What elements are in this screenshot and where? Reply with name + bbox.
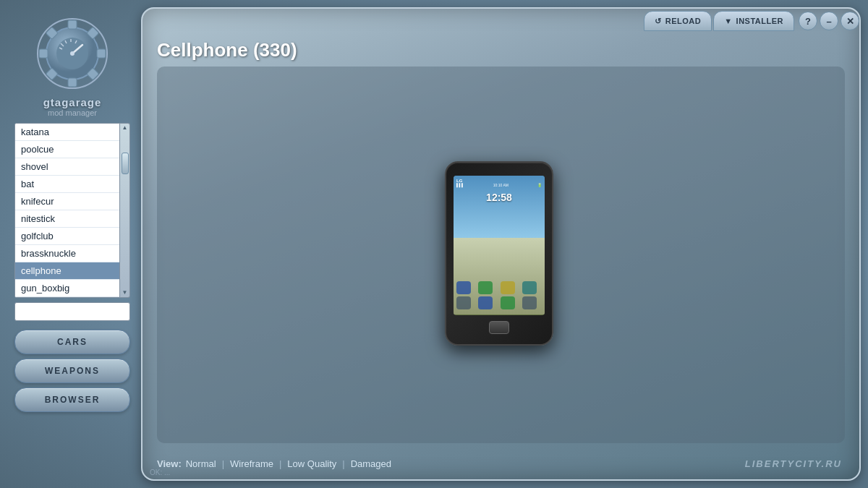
watermark: LIBERTYCITY.RU: [745, 458, 842, 469]
list-item-selected[interactable]: cellphone: [15, 262, 119, 280]
view-low-quality[interactable]: Low Quality: [287, 458, 336, 469]
browser-button[interactable]: BROWSER: [14, 388, 130, 412]
list-item[interactable]: nitestick: [15, 210, 119, 228]
list-item[interactable]: bat: [15, 176, 119, 193]
view-normal[interactable]: Normal: [186, 458, 216, 469]
title-area: Cellphone (330): [157, 35, 845, 64]
phone-status-bar: ▌▌▌ 10:10 AM 🔋: [456, 183, 542, 187]
reload-button[interactable]: ↺ RELOAD: [644, 11, 712, 31]
top-bar-buttons: ↺ RELOAD ▼ INSTALLER ? – ✕: [644, 11, 859, 31]
app-icon: [456, 281, 471, 294]
main-container: ↺ RELOAD ▼ INSTALLER ? – ✕ Cellphone (33…: [141, 7, 861, 481]
sidebar: gtagarage mod manager katana poolcue sho…: [0, 7, 145, 481]
list-item[interactable]: shovel: [15, 158, 119, 176]
cars-button[interactable]: CARS: [14, 330, 130, 354]
reload-icon: ↺: [655, 17, 662, 26]
svg-rect-3: [68, 78, 77, 87]
svg-point-12: [70, 51, 75, 56]
view-wireframe[interactable]: Wireframe: [230, 458, 273, 469]
battery-icon: 🔋: [537, 183, 542, 187]
minimize-button[interactable]: –: [820, 12, 838, 30]
list-item[interactable]: poolcue: [15, 141, 119, 158]
scroll-up-icon[interactable]: ▲: [122, 125, 128, 131]
phone-screen-overlay: LG ▌▌▌ 10:10 AM 🔋 12:58: [454, 176, 545, 315]
help-button[interactable]: ?: [799, 12, 817, 30]
phone-icons-grid: [456, 281, 542, 309]
mod-title: Cellphone (330): [157, 35, 845, 64]
app-icon: [456, 296, 471, 309]
weapons-button[interactable]: WEAPONS: [14, 359, 130, 383]
scroll-down-icon[interactable]: ▼: [122, 290, 128, 296]
top-bar: ↺ RELOAD ▼ INSTALLER ? – ✕: [142, 9, 859, 35]
installer-icon: ▼: [724, 17, 732, 25]
list-scrollbar[interactable]: ▲ ▼: [120, 123, 130, 298]
preview-area: LG ▌▌▌ 10:10 AM 🔋 12:58: [157, 67, 845, 443]
search-input[interactable]: [14, 302, 130, 321]
view-label: View:: [157, 458, 182, 469]
installer-button[interactable]: ▼ INSTALLER: [713, 11, 794, 31]
app-icon: [522, 281, 537, 294]
app-icon: [478, 296, 493, 309]
scrollbar-thumb[interactable]: [122, 153, 129, 174]
separator: |: [279, 458, 281, 469]
app-icon: [478, 281, 493, 294]
phone-screen: LG ▌▌▌ 10:10 AM 🔋 12:58: [454, 176, 545, 315]
close-button[interactable]: ✕: [841, 12, 859, 30]
app-icon: [501, 281, 515, 294]
list-item[interactable]: katana: [15, 124, 119, 141]
item-list-container: katana poolcue shovel bat knifecur nites…: [14, 123, 130, 298]
logo-area: gtagarage mod manager: [14, 7, 130, 123]
list-item[interactable]: gun_boxbig: [15, 280, 119, 297]
phone-body: LG ▌▌▌ 10:10 AM 🔋 12:58: [445, 161, 553, 346]
nav-buttons: CARS WEAPONS BROWSER: [14, 330, 130, 412]
app-icon: [522, 296, 537, 309]
logo-text: gtagarage: [43, 96, 102, 108]
view-damaged[interactable]: Damaged: [351, 458, 391, 469]
svg-rect-5: [97, 49, 106, 58]
phone-home-button: [489, 321, 509, 334]
list-item[interactable]: brassknuckle: [15, 245, 119, 262]
item-list: katana poolcue shovel bat knifecur nites…: [14, 123, 120, 298]
phone-preview: LG ▌▌▌ 10:10 AM 🔋 12:58: [445, 161, 557, 349]
view-bar: View: Normal | Wireframe | Low Quality |…: [157, 458, 845, 469]
svg-rect-2: [68, 20, 77, 29]
signal-icon: ▌▌▌: [456, 183, 464, 187]
time-display: 10:10 AM: [493, 183, 509, 187]
list-item[interactable]: golfclub: [15, 228, 119, 245]
list-item[interactable]: knifecur: [15, 193, 119, 210]
separator: |: [222, 458, 224, 469]
svg-rect-4: [39, 49, 48, 58]
watermark-left: OK: ...: [150, 468, 170, 476]
gear-icon: [33, 14, 112, 93]
separator: |: [342, 458, 344, 469]
window-controls: ? – ✕: [799, 12, 859, 30]
reload-label: RELOAD: [665, 17, 701, 25]
logo-sub: mod manager: [48, 108, 97, 117]
app-icon: [501, 296, 515, 309]
installer-label: INSTALLER: [736, 17, 783, 25]
phone-time: 12:58: [456, 192, 542, 203]
